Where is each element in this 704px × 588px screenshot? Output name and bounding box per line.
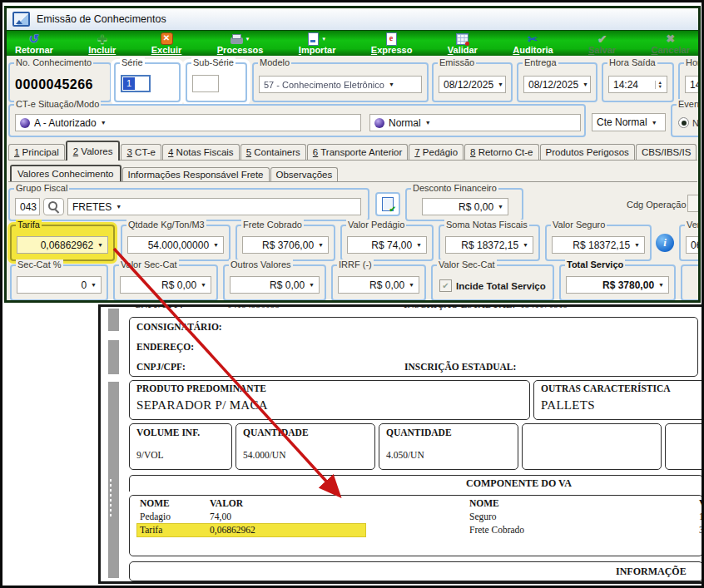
tab-transporte-anterior[interactable]: 6 Transporte Anterior [307, 144, 408, 161]
groupbox-modelo: Modelo 57 - Conhecimento Eletrônico ▼ [252, 62, 429, 102]
serie-input[interactable]: 1 [121, 75, 151, 92]
chevron-down-icon: ▼ [101, 120, 107, 126]
info-button[interactable]: i [656, 234, 674, 252]
chevron-down-icon: ▼ [309, 282, 315, 288]
groupbox-hora-saida: Hora Saída 14:24 ▲▼ [602, 62, 674, 102]
chevron-down-icon: ▼ [583, 82, 588, 87]
cte-tipo-select[interactable]: Cte Normal ▼ [592, 113, 666, 131]
groupbox-serie: Série 1 [114, 62, 181, 102]
tab-produtos-perigosos[interactable]: Produtos Perigosos [540, 144, 635, 161]
tab-cbs-ibs-is[interactable]: CBS/IBS/IS [636, 144, 697, 161]
tab-valores[interactable]: 2 Valores [66, 141, 121, 161]
frete-cobrado-select[interactable]: R$ 3706,00 ▼ [242, 236, 329, 254]
groupbox-sec-cat-pct: Sec-Cat % 0 ▼ [10, 264, 108, 301]
status-sphere-icon [20, 118, 30, 128]
expresso-button[interactable]: Expresso [371, 31, 413, 55]
grupo-fiscal-select[interactable]: FRETES ▼ [67, 198, 361, 215]
entrega-date-select[interactable]: 08/12/2025 ▼ [523, 76, 591, 93]
total-servico-select[interactable]: R$ 3780,00 ▼ [566, 276, 669, 294]
tab-notas-fiscais[interactable]: 4 Notas Fiscais [162, 144, 240, 161]
subtab-valores-conhecimento[interactable]: Valores Conhecimento [10, 165, 121, 182]
doc-componente-strip: COMPONENTE DO VA [129, 475, 703, 492]
incide-checkbox[interactable] [439, 279, 452, 292]
valor-sec-cat-select[interactable]: R$ 0,00 ▼ [120, 276, 211, 294]
chevron-down-icon: ▼ [116, 204, 121, 210]
cte-modo-select[interactable]: Normal ▼ [369, 114, 581, 131]
groupbox-hora-descarga: Hora Desca 14:24 [678, 62, 701, 102]
sub-tab-strip: Valores Conhecimento Informações Respons… [10, 165, 339, 182]
doc-componentes-table: NOME VALOR Pedagio 74,00 Tarifa 0,068629… [129, 495, 703, 556]
chevron-down-icon: ▼ [498, 204, 503, 210]
valor-pedagio-select[interactable]: R$ 74,00 ▼ [347, 236, 427, 254]
document-preview: CNPJ/CPF: 04154556055 INSCRIÇÃO ESTADUAL… [98, 304, 704, 584]
salvar-button[interactable]: ✔ Salvar [588, 31, 616, 55]
cte-situacao-select[interactable]: A - Autorizado ▼ [15, 114, 361, 131]
excluir-button[interactable]: ✕ Excluir [151, 31, 182, 55]
qtdade-select[interactable]: 54.000,00000 ▼ [127, 236, 224, 254]
subtab-informacoes-responsavel[interactable]: Informações Responsável Frete [122, 167, 270, 182]
doc-quantidade1-box: QUANTIDADE 54.000/UN [235, 423, 375, 470]
groupbox-emissao: Emissão 08/12/2025 ▼ [432, 62, 513, 102]
check-icon: ✔ [597, 33, 607, 45]
tab-retorno-cte[interactable]: 8 Retorno Ct-e [464, 144, 538, 161]
modelo-select[interactable]: 57 - Conhecimento Eletrônico ▼ [259, 76, 422, 93]
document-check-button[interactable] [375, 192, 400, 216]
chevron-down-icon: ▼ [409, 282, 414, 288]
subtab-observacoes[interactable]: Observações [270, 167, 339, 182]
printer-icon [231, 37, 243, 44]
chevron-down-icon[interactable]: ▼ [321, 34, 326, 44]
sec-cat-pct-select[interactable]: 0 ▼ [17, 276, 102, 294]
chevron-down-icon: ▼ [201, 282, 206, 288]
auditoria-button[interactable]: ✂ Auditoria [513, 31, 553, 55]
chevron-down-icon: ▼ [91, 282, 97, 288]
validar-button[interactable]: Validar [448, 31, 478, 55]
tab-cte[interactable]: 3 CT-e [121, 144, 161, 161]
chevron-down-icon: ▼ [523, 242, 528, 248]
groupbox-frete-cobrado: Frete Cobrado R$ 3706,00 ▼ [235, 225, 335, 261]
emissao-date-select[interactable]: 08/12/2025 ▼ [439, 76, 506, 93]
spinner-icon[interactable]: ▲▼ [655, 81, 662, 89]
vencto-input[interactable]: 06/02/2026 [686, 236, 701, 254]
toolbar: ↺ Retornar ✚ Incluir ✕ Excluir ▼ Process… [7, 30, 698, 56]
page-edge-strip [108, 309, 119, 578]
tarifa-select[interactable]: 0,06862962 ▼ [17, 236, 108, 254]
delete-box-icon: ✕ [161, 32, 173, 45]
table-row: Seguro [469, 511, 497, 521]
doc-consignatario-box: CONSIGNATÁRIO: ENDEREÇO: CNPJ/CPF: INSCR… [129, 317, 698, 377]
chevron-down-icon[interactable]: ▼ [245, 34, 250, 44]
retornar-button[interactable]: ↺ Retornar [15, 31, 53, 55]
tab-containers[interactable]: 5 Containers [240, 144, 306, 161]
groupbox-soma-notas: Soma Notas Fiscais R$ 18372,15 ▼ [439, 225, 540, 261]
title-bar: Emissão de Conhecimentos [7, 8, 698, 31]
outros-valores-select[interactable]: R$ 0,00 ▼ [230, 276, 320, 294]
irrf-select[interactable]: R$ 0,00 ▼ [338, 276, 419, 294]
soma-notas-select[interactable]: R$ 18372,15 ▼ [445, 236, 533, 254]
chevron-down-icon: ▼ [213, 242, 219, 248]
tab-principal[interactable]: 1 Principal [8, 144, 65, 161]
grupo-fiscal-code-input[interactable]: 043 [15, 198, 40, 215]
radio-nao[interactable] [678, 117, 689, 128]
cdg-operacao-input[interactable] [687, 195, 701, 212]
no-conhecimento-value[interactable]: 0000045266 [15, 77, 93, 92]
doc-clipped-header: CNPJ/CPF: 04154556055 INSCRIÇÃO ESTADUAL… [129, 305, 704, 314]
processos-button[interactable]: ▼ Processos [217, 31, 264, 55]
incluir-button[interactable]: ✚ Incluir [88, 31, 116, 55]
chevron-down-icon: ▼ [498, 82, 503, 87]
tab-pedagio[interactable]: 7 Pedágio [409, 144, 464, 161]
doc-outras-box: OUTRAS CARACTERÍSTICA PALLETS [533, 380, 704, 420]
chevron-down-icon: ▼ [97, 242, 103, 248]
cancelar-button[interactable]: ✖ Cancelar [651, 31, 689, 55]
cdg-operacao-label: Cdg Operação [627, 200, 687, 210]
hora-descarga-input[interactable]: 14:24 [685, 76, 701, 93]
groupbox-vencto: Vencto Conh 06/02/2026 [679, 225, 701, 261]
sub-serie-input[interactable] [192, 75, 219, 92]
status-sphere-icon [374, 118, 384, 128]
main-tab-strip: 1 Principal 2 Valores 3 CT-e 4 Notas Fis… [8, 141, 697, 161]
hora-saida-input[interactable]: 14:24 ▲▼ [608, 76, 667, 93]
document-check-icon [382, 197, 394, 211]
groupbox-total-servico: Total Serviço R$ 3780,00 ▼ [559, 264, 676, 301]
importar-button[interactable]: ▼ Importar [299, 31, 336, 55]
desconto-financeiro-select[interactable]: R$ 0,00 ▼ [422, 198, 508, 215]
grupo-fiscal-search-button[interactable] [43, 198, 64, 215]
valor-seguro-select[interactable]: R$ 18372,15 ▼ [552, 236, 645, 254]
